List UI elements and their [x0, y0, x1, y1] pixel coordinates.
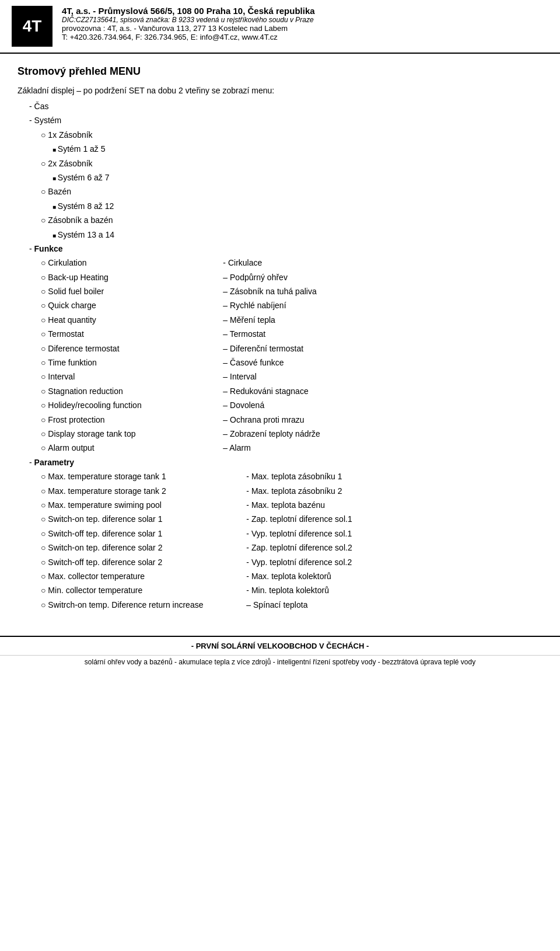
- footer-main: - PRVNÍ SOLÁRNÍ VELKOOBCHOD V ČECHÁCH -: [0, 636, 560, 655]
- list-item: Funkce: [18, 242, 542, 255]
- list-item: Sytém 1 až 5: [18, 142, 542, 155]
- funkce-item: Alarm output– Alarm: [18, 441, 542, 454]
- company-branch: provozovna : 4T, a.s. - Vančurova 113, 2…: [62, 24, 548, 33]
- section-title: Stromový přehled MENU: [18, 65, 542, 78]
- company-reg: DIČ:CZ27135641, spisová značka: B 9233 v…: [62, 16, 548, 24]
- list-item: 2x Zásobník: [18, 157, 542, 170]
- parametry-item: Switch-on tep. diference solar 2- Zap. t…: [18, 541, 542, 554]
- parametry-item: Switch-off tep. diference solar 2- Vyp. …: [18, 556, 542, 569]
- parametry-list: Parametry: [18, 456, 542, 469]
- parametry-item: Max. collector temperature- Max. teplota…: [18, 570, 542, 583]
- funkce-item: Solid fuel boiler– Zásobník na tuhá pali…: [18, 285, 542, 298]
- parametry-item: Min. collector temperature- Min. teplota…: [18, 584, 542, 597]
- funkce-item: Time funktion– Časové funkce: [18, 356, 542, 369]
- list-item: Zásobník a bazén: [18, 214, 542, 227]
- list-item: Systém 8 až 12: [18, 200, 542, 213]
- funkce-item: Back-up Heating– Podpůrný ohřev: [18, 271, 542, 284]
- footer-sub: solární ohřev vody a bazénů - akumulace …: [0, 655, 560, 668]
- company-contact: T: +420.326.734.964, F: 326.734.965, E: …: [62, 33, 548, 41]
- funkce-item: Holidey/recooling function– Dovolená: [18, 399, 542, 412]
- header-text-block: 4T, a.s. - Průmyslová 566/5, 108 00 Prah…: [62, 6, 548, 41]
- list-item: Systém: [18, 114, 542, 127]
- page-header: 4T 4T, a.s. - Průmyslová 566/5, 108 00 P…: [0, 0, 560, 54]
- list-item: Čas: [18, 100, 542, 113]
- funkce-item: Heat quantity– Měření tepla: [18, 313, 542, 326]
- funkce-item: Cirkulation- Cirkulace: [18, 256, 542, 269]
- funkce-item: Termostat– Termostat: [18, 328, 542, 340]
- main-content: Stromový přehled MENU Základní displej –…: [0, 54, 560, 624]
- company-logo: 4T: [12, 6, 52, 47]
- parametry-items-list: Max. temperature storage tank 1- Max. te…: [18, 470, 542, 611]
- list-item: 1x Zásobník: [18, 128, 542, 141]
- funkce-item: Quick charge– Rychlé nabíjení: [18, 299, 542, 312]
- company-name: 4T, a.s. - Průmyslová 566/5, 108 00 Prah…: [62, 6, 548, 16]
- menu-list: Čas Systém 1x Zásobník Sytém 1 až 5 2x Z…: [18, 100, 542, 255]
- parametry-header: Parametry: [18, 456, 542, 469]
- parametry-item: Switch-on tep. diference solar 1- Zap. t…: [18, 513, 542, 525]
- parametry-item: Max. temperature swiming pool- Max. tepl…: [18, 499, 542, 511]
- funkce-item: Stagnation reduction– Redukováni stagnac…: [18, 385, 542, 398]
- funkce-item: Interval– Interval: [18, 370, 542, 383]
- list-item: Bazén: [18, 185, 542, 198]
- list-item: Systém 13 a 14: [18, 228, 542, 241]
- parametry-item: Switch-off tep. diference solar 1- Vyp. …: [18, 527, 542, 540]
- parametry-item: Max. temperature storage tank 1- Max. te…: [18, 470, 542, 483]
- funkce-list: Cirkulation- CirkulaceBack-up Heating– P…: [18, 256, 542, 454]
- list-item: Systém 6 až 7: [18, 171, 542, 184]
- parametry-item: Max. temperature storage tank 2- Max. te…: [18, 485, 542, 497]
- funkce-item: Frost protection– Ochrana proti mrazu: [18, 413, 542, 426]
- funkce-item: Diference termostat– Diferenční termosta…: [18, 342, 542, 355]
- funkce-item: Display storage tank top– Zobrazení tepl…: [18, 427, 542, 440]
- intro-text: Základní displej – po podržení SET na do…: [18, 86, 542, 95]
- parametry-item: Switrch-on temp. Diference return increa…: [18, 598, 542, 611]
